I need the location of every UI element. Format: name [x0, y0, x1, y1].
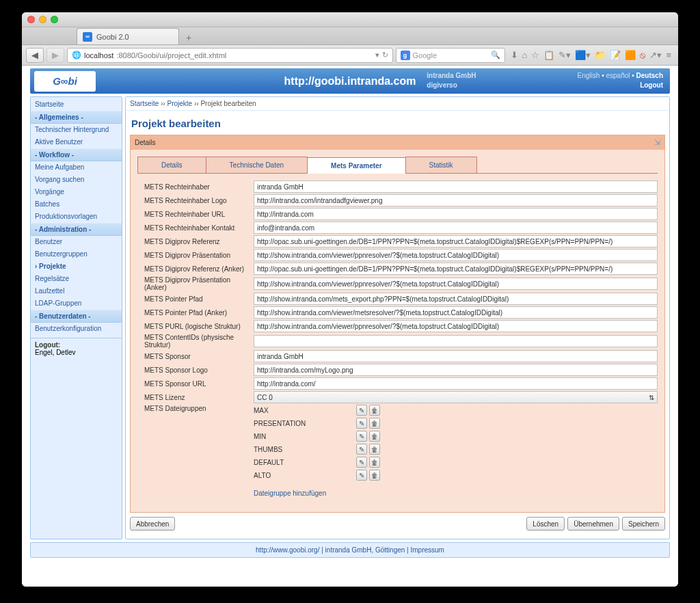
- form-input[interactable]: [254, 208, 658, 220]
- edit-icon[interactable]: ✎: [356, 457, 367, 468]
- form-input[interactable]: [254, 222, 658, 234]
- download-icon[interactable]: ⬇: [511, 50, 518, 61]
- trash-icon[interactable]: 🗑: [369, 418, 380, 429]
- app-logo[interactable]: G∞bi: [34, 71, 96, 92]
- form-input[interactable]: [254, 235, 658, 247]
- reload-icon[interactable]: ↻: [382, 51, 388, 59]
- sidebar-regelsaetze[interactable]: Regelsätze: [31, 273, 122, 285]
- trash-icon[interactable]: 🗑: [369, 405, 380, 416]
- tab-technische-daten[interactable]: Technische Daten: [206, 157, 308, 173]
- form-input[interactable]: [254, 335, 658, 347]
- bookmark-icon[interactable]: ☆: [531, 50, 539, 61]
- sidebar-meine-aufgaben[interactable]: Meine Aufgaben: [31, 161, 122, 174]
- window-icon[interactable]: 🟧: [625, 50, 636, 61]
- company-link-2[interactable]: digiverso: [427, 81, 457, 89]
- form-input[interactable]: [254, 278, 658, 290]
- sidebar-aktive-benutzer[interactable]: Aktive Benutzer: [31, 136, 122, 148]
- folder-icon[interactable]: 📁: [595, 50, 606, 61]
- sidebar-vorgang-suchen[interactable]: Vorgang suchen: [31, 174, 122, 186]
- brush-icon[interactable]: ✎▾: [558, 50, 571, 61]
- back-button[interactable]: ◀: [26, 48, 44, 63]
- lang-english[interactable]: English: [578, 72, 600, 79]
- form-input[interactable]: [254, 180, 658, 193]
- footer-impressum[interactable]: Impressum: [410, 546, 444, 554]
- details-panel: Details ⇲ Details Technische Daten Mets …: [130, 135, 665, 513]
- sidebar-laufzettel[interactable]: Laufzettel: [31, 285, 122, 297]
- sidebar: Startseite - Allgemeines - Technischer H…: [30, 96, 122, 539]
- edit-icon[interactable]: ✎: [356, 431, 367, 442]
- tab-mets-parameter[interactable]: Mets Parameter: [307, 157, 405, 174]
- form-input[interactable]: [254, 263, 658, 275]
- form-input[interactable]: [254, 364, 658, 376]
- apply-button[interactable]: Übernehmen: [567, 517, 619, 531]
- company-link-1[interactable]: intranda GmbH: [427, 72, 476, 79]
- sidebar-ldap-gruppen[interactable]: LDAP-Gruppen: [31, 297, 122, 310]
- trash-icon[interactable]: 🗑: [369, 457, 380, 468]
- sidebar-batches[interactable]: Batches: [31, 198, 122, 211]
- stop-icon[interactable]: ⦸: [640, 50, 645, 61]
- sidebar-startseite[interactable]: Startseite: [31, 98, 122, 111]
- browser-tab[interactable]: ∞ Goobi 2.0: [77, 28, 179, 44]
- palette-icon[interactable]: 🟦▾: [575, 50, 591, 61]
- google-icon: g: [401, 51, 410, 60]
- zoom-window-button[interactable]: [51, 16, 58, 23]
- content-area: Startseite ›› Projekte ›› Projekt bearbe…: [125, 96, 670, 539]
- new-tab-button[interactable]: +: [182, 31, 196, 44]
- tab-details[interactable]: Details: [137, 157, 206, 173]
- filegroup-row: DEFAULT✎🗑: [254, 457, 658, 468]
- sidebar-benutzergruppen[interactable]: Benutzergruppen: [31, 248, 122, 260]
- sidebar-benutzerkonfiguration[interactable]: Benutzerkonfiguration: [31, 323, 122, 335]
- save-button[interactable]: Speichern: [622, 517, 665, 531]
- footer-goobi-link[interactable]: http://www.goobi.org/: [256, 546, 319, 554]
- crumb-projekte[interactable]: Projekte: [167, 100, 192, 107]
- form-input[interactable]: [254, 377, 658, 390]
- lang-espanol[interactable]: español: [606, 72, 630, 79]
- form-label: METS Rechteinhaber: [137, 183, 254, 191]
- sidebar-tech-hintergrund[interactable]: Technischer Hintergrund: [31, 124, 122, 136]
- crumb-start[interactable]: Startseite: [130, 100, 159, 107]
- form-input[interactable]: [254, 350, 658, 362]
- edit-icon[interactable]: ✎: [356, 444, 367, 455]
- sidebar-head-allgemeines: - Allgemeines -: [31, 111, 122, 124]
- edit-icon[interactable]: ✎: [356, 418, 367, 429]
- menu-icon[interactable]: ≡: [666, 50, 671, 61]
- trash-icon[interactable]: 🗑: [369, 431, 380, 442]
- form-label: METS Rechteinhaber URL: [137, 211, 254, 218]
- clipboard-icon[interactable]: 📋: [543, 50, 554, 61]
- form-label: METS Rechteinhaber Logo: [137, 197, 254, 204]
- trash-icon[interactable]: 🗑: [369, 470, 380, 481]
- sidebar-projekte[interactable]: › Projekte: [31, 260, 122, 273]
- minimize-window-button[interactable]: [39, 16, 46, 23]
- collapse-icon[interactable]: ⇲: [654, 138, 660, 147]
- forward-button[interactable]: ▶: [46, 48, 64, 63]
- home-icon[interactable]: ⌂: [522, 50, 528, 61]
- lang-deutsch[interactable]: Deutsch: [636, 72, 663, 79]
- delete-button[interactable]: Löschen: [526, 517, 565, 531]
- search-box[interactable]: g Google 🔍: [396, 48, 505, 63]
- sidebar-produktionsvorlagen[interactable]: Produktionsvorlagen: [31, 211, 122, 223]
- sidebar-benutzer[interactable]: Benutzer: [31, 236, 122, 248]
- extension-toolbar: ⬇ ⌂ ☆ 📋 ✎▾ 🟦▾ 📁 📝 🟧 ⦸ ↗▾ ≡: [508, 50, 674, 61]
- form-input[interactable]: [254, 194, 658, 206]
- tab-statistik[interactable]: Statistik: [405, 157, 477, 173]
- note-icon[interactable]: 📝: [610, 50, 621, 61]
- form-input[interactable]: [254, 249, 658, 261]
- edit-icon[interactable]: ✎: [356, 470, 367, 481]
- form-input[interactable]: [254, 320, 658, 332]
- cancel-button[interactable]: Abbrechen: [130, 517, 175, 531]
- select-mets-lizenz[interactable]: CC 0 ⇅: [254, 391, 658, 403]
- form-input[interactable]: [254, 306, 658, 319]
- close-window-button[interactable]: [27, 16, 35, 23]
- logout-link[interactable]: Logout: [640, 81, 663, 89]
- address-bar[interactable]: 🌐 localhost:8080/Goobi/ui/project_edit.x…: [67, 48, 393, 63]
- add-filegroup-link[interactable]: Dateigruppe hinzufügen: [254, 490, 326, 497]
- form-label: METS Digiprov Präsentation: [137, 252, 254, 259]
- share-icon[interactable]: ↗▾: [649, 50, 662, 61]
- sidebar-vorgaenge[interactable]: Vorgänge: [31, 186, 122, 198]
- edit-icon[interactable]: ✎: [356, 405, 367, 416]
- form-input[interactable]: [254, 293, 658, 305]
- globe-icon: 🌐: [72, 51, 81, 59]
- trash-icon[interactable]: 🗑: [369, 444, 380, 455]
- dropdown-icon[interactable]: ▾: [375, 51, 379, 59]
- details-label: Details: [135, 139, 156, 146]
